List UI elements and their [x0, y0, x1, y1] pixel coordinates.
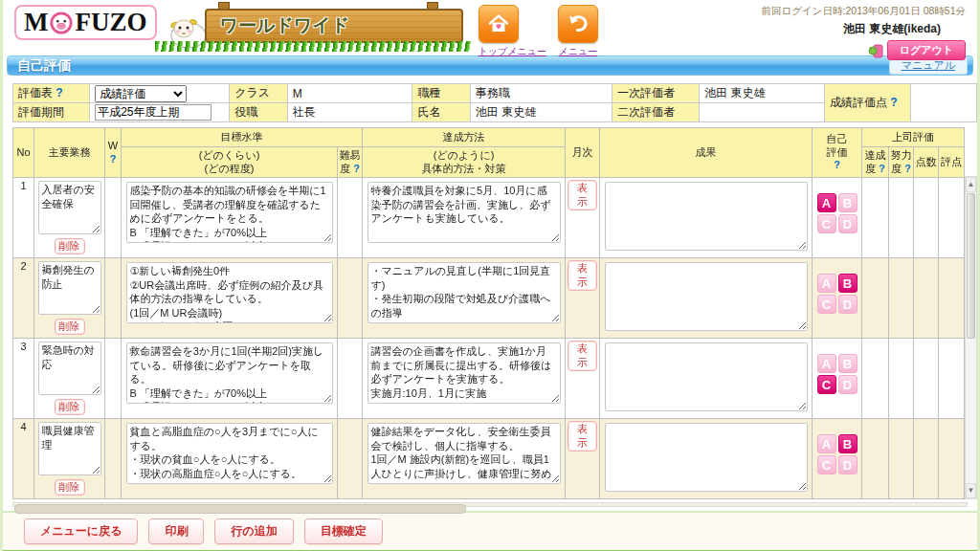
grade-a-button[interactable]: A	[817, 274, 836, 293]
eval-sheet-label: 評価表 ?	[13, 84, 90, 103]
table-row: 4 職員健康管理 削除 貧血と高脂血症の○人を3月までに○人にする。 ・現状の貧…	[13, 419, 965, 499]
result-textarea[interactable]	[605, 262, 808, 331]
difficulty-cell	[338, 178, 363, 258]
page: M FUZO	[0, 0, 980, 551]
grade-c-button[interactable]: C	[817, 295, 836, 314]
monthly-show-button[interactable]: 表示	[568, 180, 597, 210]
horizontal-scrollbar-thumb[interactable]	[14, 504, 466, 514]
result-textarea[interactable]	[605, 182, 808, 251]
evaluation-type-select[interactable]: 成績評価	[95, 85, 187, 102]
points-cell	[914, 339, 939, 419]
achievement-degree-cell	[862, 178, 889, 258]
mofuzo-logo: M FUZO	[14, 5, 157, 40]
grade-a-button[interactable]: A	[817, 434, 836, 453]
result-textarea[interactable]	[605, 423, 808, 492]
achievement-method-textarea[interactable]: 特養介護職員を対象に5月、10月に感染予防の講習会を計画、実施し、必ずアンケート…	[368, 182, 561, 243]
goal-level-textarea[interactable]: 感染予防の基本的知識の研修会を半期に1回開催し、受講者の理解度を確認するために必…	[126, 182, 333, 243]
scroll-down-arrow[interactable]: ▼	[966, 483, 976, 498]
main-work-textarea[interactable]: 入居者の安全確保	[38, 181, 101, 234]
evaluation-info-table: 評価表 ? 成績評価 クラス M 職種 事務職 一次評価者 池田 東史雄 成績評…	[12, 83, 977, 122]
menu-button[interactable]	[558, 5, 598, 43]
goal-level-textarea[interactable]: 貧血と高脂血症の○人を3月までに○人にする。 ・現状の貧血○人を○人にする。 ・…	[126, 423, 333, 484]
w-cell	[105, 178, 122, 258]
main-work-textarea[interactable]: 緊急時の対応	[38, 342, 101, 395]
delete-row-button[interactable]: 削除	[55, 238, 85, 254]
secondary-evaluator-label: 二次評価者	[612, 103, 700, 122]
grade-b-button[interactable]: B	[838, 434, 858, 453]
row-number: 3	[13, 339, 34, 419]
name-value: 池田 東史雄	[470, 103, 612, 122]
scroll-up-arrow[interactable]: ▲	[966, 177, 976, 192]
points-cell	[914, 258, 939, 339]
grade-a-button[interactable]: A	[817, 354, 836, 373]
grade-b-button[interactable]: B	[838, 354, 858, 373]
home-icon	[487, 12, 510, 35]
col-header-achievement-method: 達成方法	[363, 128, 566, 147]
job-type-label: 職種	[412, 84, 470, 103]
vertical-scrollbar-thumb[interactable]	[967, 193, 975, 339]
points-cell	[914, 178, 939, 258]
self-grade-buttons: ABCD	[817, 354, 858, 394]
col-header-points: 点数	[914, 147, 939, 178]
menu-back-button[interactable]: メニューに戻る	[24, 518, 138, 544]
monthly-show-button[interactable]: 表示	[568, 421, 597, 452]
achievement-method-textarea[interactable]: 健診結果をデータ化し、安全衛生委員会で検討し、個人に指導する。 1回／M 施設内…	[368, 423, 561, 484]
col-subheader-method: (どのように) 具体的方法・対策	[363, 147, 566, 178]
goal-level-textarea[interactable]: 救命講習会を3か月に1回(半期2回)実施している。研修後に必ずアンケートを取る。…	[126, 342, 333, 404]
points-cell	[914, 419, 939, 499]
help-icon[interactable]: ?	[904, 163, 911, 174]
grade-c-button[interactable]: C	[817, 214, 836, 233]
top-menu-button[interactable]	[479, 5, 519, 43]
sign-text: ワールドワイド	[220, 13, 350, 38]
primary-evaluator-value: 池田 東史雄	[700, 84, 825, 103]
menu-label[interactable]: メニュー	[558, 45, 598, 58]
col-header-achievement-degree: 達成 度 ?	[862, 147, 889, 178]
grade-d-button[interactable]: D	[838, 455, 858, 474]
delete-row-button[interactable]: 削除	[55, 399, 85, 415]
horizontal-scrollbar[interactable]	[12, 502, 968, 507]
main-work-textarea[interactable]: 褥創発生の防止	[38, 261, 101, 315]
grade-a-button[interactable]: A	[817, 193, 836, 212]
confirm-goals-button[interactable]: 目標確定	[304, 518, 383, 544]
row-number: 4	[13, 419, 34, 499]
vertical-scrollbar[interactable]: ▲ ▼	[965, 176, 977, 499]
delete-row-button[interactable]: 削除	[55, 319, 85, 335]
delete-row-button[interactable]: 削除	[55, 479, 85, 496]
grade-c-button[interactable]: C	[817, 455, 836, 474]
col-header-goal-level: 目標水準	[122, 128, 363, 147]
w-cell	[105, 339, 122, 419]
col-header-result: 成果	[600, 128, 813, 178]
col-header-score: 評点	[939, 147, 965, 178]
grade-b-button[interactable]: B	[838, 193, 858, 212]
logout-button[interactable]: ログアウト	[887, 40, 966, 60]
help-icon[interactable]: ?	[56, 86, 62, 99]
help-icon[interactable]: ?	[890, 96, 897, 109]
help-icon[interactable]: ?	[110, 153, 117, 165]
grade-d-button[interactable]: D	[838, 375, 858, 394]
add-row-button[interactable]: 行の追加	[214, 518, 293, 544]
self-grade-buttons: ABCD	[817, 274, 858, 314]
top-menu-label[interactable]: トップメニュー	[479, 45, 546, 58]
main-work-textarea[interactable]: 職員健康管理	[38, 422, 101, 475]
grass-decoration	[155, 41, 471, 52]
col-header-difficulty: 難易 度 ?	[338, 147, 363, 178]
achievement-method-textarea[interactable]: ・マニュアルの見直し(半期に1回見直す) ・発生初期の段階で対処及び介護職への指…	[368, 262, 561, 323]
primary-evaluator-label: 一次評価者	[612, 84, 700, 103]
result-textarea[interactable]	[605, 342, 808, 411]
print-button[interactable]: 印刷	[148, 518, 204, 544]
help-icon[interactable]: ?	[353, 163, 360, 174]
col-header-supervisor-eval: 上司評価	[862, 128, 965, 147]
monthly-show-button[interactable]: 表示	[568, 260, 597, 291]
grade-b-button[interactable]: B	[838, 274, 858, 293]
name-label: 氏名	[412, 103, 470, 122]
achievement-method-textarea[interactable]: 講習会の企画書を作成し、実施1か月前までに所属長に提出する。研修後は必ずアンケー…	[368, 342, 561, 404]
help-icon[interactable]: ?	[834, 159, 840, 170]
goal-level-textarea[interactable]: ①新しい褥創発生0件 ②UR会議出席時、必ず症例の紹介及び具体的方法の指導をして…	[126, 262, 333, 323]
grade-c-button[interactable]: C	[817, 375, 836, 394]
grade-d-button[interactable]: D	[838, 214, 858, 233]
last-login-datetime: 前回ログイン日時:2013年06月01日 08時51分	[762, 5, 966, 18]
grade-d-button[interactable]: D	[838, 295, 858, 314]
eval-period-input[interactable]	[95, 104, 212, 121]
monthly-show-button[interactable]: 表示	[568, 341, 597, 371]
help-icon[interactable]: ?	[879, 163, 885, 174]
